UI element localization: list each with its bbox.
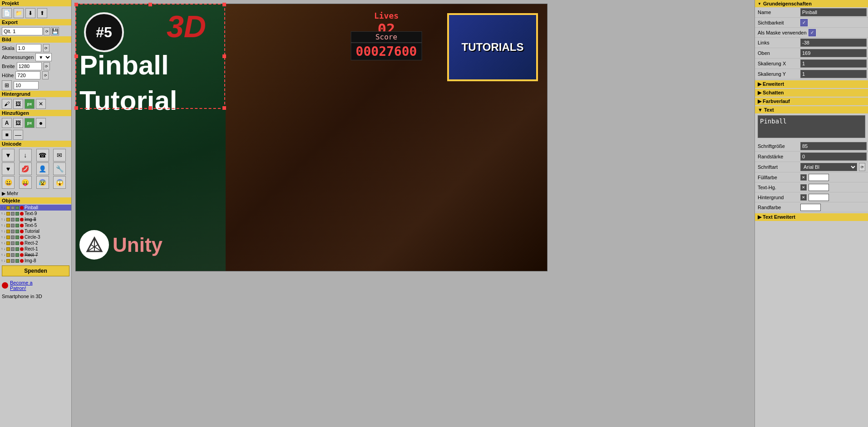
export-quality-input[interactable] <box>2 27 43 35</box>
text-erweitert-header[interactable]: ▶ Text Erweitert <box>755 213 868 221</box>
tutorial-text: Tutorial <box>79 85 178 116</box>
oben-label: Oben <box>758 50 799 56</box>
schriftgroesse-row: Schriftgröße ⟳ <box>755 141 868 152</box>
hintergrund-right-swatch[interactable] <box>809 194 829 201</box>
text-hg-checkbox[interactable]: ✕ <box>800 184 807 191</box>
unicode-item-10[interactable]: 😰 <box>36 176 49 189</box>
lock-icon2 <box>11 212 15 216</box>
objekte-item-text5[interactable]: ↑ ↓ Text-5 <box>0 222 71 228</box>
randstaerke-row: Randstärke ⟳ <box>755 152 868 162</box>
unicode-header: Unicode <box>0 141 71 147</box>
projekt-download-icon[interactable]: ⬇ <box>25 8 35 18</box>
projekt-open-icon[interactable]: 📁 <box>14 8 24 18</box>
unicode-item-7[interactable]: 🔧 <box>53 162 66 175</box>
hoehe-cycle[interactable]: ⟳ <box>42 71 49 79</box>
unicode-item-0[interactable]: ▼ <box>2 149 15 162</box>
unicode-item-3[interactable]: ✉ <box>53 149 66 162</box>
unicode-item-5[interactable]: 💋 <box>19 162 32 175</box>
skala-input[interactable] <box>16 44 41 52</box>
hinzufuegen-circle-icon[interactable]: ● <box>36 118 46 128</box>
objekte-item-label5: Tutorial <box>25 229 39 234</box>
randfarbe-swatch[interactable] <box>800 204 821 211</box>
objekte-item-rect2[interactable]: ↑ ↓ Rect-2 <box>0 240 71 246</box>
projekt-new-icon[interactable]: 📄 <box>2 8 12 18</box>
objekte-item-img8[interactable]: ↑ ↓ Img-8 <box>0 216 71 222</box>
farbverlauf-header[interactable]: ▶ Farbverlauf <box>755 98 868 105</box>
score-label: Score <box>351 31 422 43</box>
text-header[interactable]: ▼ Text <box>755 106 868 113</box>
grid-icon[interactable]: ⊞ <box>2 80 12 90</box>
unicode-item-1[interactable]: ↓ <box>19 149 32 162</box>
score-value: 00027600 <box>351 43 422 60</box>
unicode-item-8[interactable]: 😀 <box>2 176 15 189</box>
schriftgroesse-input[interactable] <box>800 142 867 150</box>
skala-cycle[interactable]: ⟳ <box>43 44 49 52</box>
abmessungen-select[interactable]: ▼ <box>35 53 52 61</box>
schatten-header[interactable]: ▶ Schatten <box>755 89 868 97</box>
unicode-item-9[interactable]: 😛 <box>19 176 32 189</box>
schriftart-label: Schriftart <box>758 164 799 170</box>
unity-label: Unity <box>113 234 163 256</box>
mehr-button[interactable]: ▶ Mehr <box>0 190 71 197</box>
skala-label: Skala <box>2 45 15 51</box>
tree-icon <box>15 206 19 210</box>
hoehe-row: Höhe ⟳ <box>0 71 71 80</box>
text-textarea[interactable]: Pinball <box>758 115 865 138</box>
unicode-grid: ▼ ↓ ☎ ✉ ♥ 💋 👤 🔧 😀 😛 😰 😱 <box>0 148 71 190</box>
thumbnail-container[interactable]: Lives 02 Score 00027600 TUTORIALS #5 3D … <box>75 4 547 271</box>
objekte-item-img8b[interactable]: ↑ ↓ Img-8 <box>0 258 71 264</box>
breite-cycle[interactable]: ⟳ <box>44 62 50 70</box>
oben-input[interactable] <box>800 49 867 57</box>
hinzufuegen-img-icon[interactable]: 🖼 <box>13 118 23 128</box>
hintergrund-px-icon[interactable]: px <box>25 99 35 109</box>
hintergrund-paint-icon[interactable]: 🖌 <box>2 99 12 109</box>
grundeigenschaften-header: ▼ Grundeigenschaften <box>755 0 868 7</box>
hintergrund-clear-icon[interactable]: ✕ <box>36 99 46 109</box>
fuellfarbe-checkbox[interactable]: ✕ <box>800 174 807 181</box>
objekte-item-circle3[interactable]: ↑ ↓ Circle-3 <box>0 234 71 240</box>
unicode-item-4[interactable]: ♥ <box>2 162 15 175</box>
sichtbarkeit-checkbox[interactable]: ✓ <box>800 19 808 26</box>
hintergrund-img-icon[interactable]: 🖼 <box>13 99 23 109</box>
spenden-button[interactable]: Spenden <box>2 265 69 276</box>
hinzufuegen-text-icon[interactable]: A <box>2 118 12 128</box>
hinzufuegen-header: Hinzufügen <box>0 110 71 116</box>
hoehe-input[interactable] <box>15 71 40 79</box>
unicode-item-6[interactable]: 👤 <box>36 162 49 175</box>
patron-link[interactable]: Become aPatron! <box>10 280 33 291</box>
unicode-item-2[interactable]: ☎ <box>36 149 49 162</box>
export-icon[interactable]: 💾 <box>51 27 59 35</box>
grid-input[interactable] <box>14 81 39 89</box>
objekte-item-pinball[interactable]: ↑ ↓ Pinball <box>0 205 71 211</box>
arrow-up: ↑ <box>1 206 3 210</box>
hintergrund-right-label: Hintergrund <box>758 195 799 200</box>
skalierung-x-input[interactable] <box>800 59 867 68</box>
objekte-item-text9[interactable]: ↑ ↓ Text-9 <box>0 211 71 216</box>
hinzufuegen-section: Hinzufügen A 🖼 px ● ■ — <box>0 110 71 141</box>
fuellfarbe-swatch[interactable] <box>809 174 829 181</box>
export-cycle-btn[interactable]: ⟳ <box>44 27 50 35</box>
objekte-item-rect1[interactable]: ↑ ↓ Rect-1 <box>0 246 71 252</box>
links-input[interactable] <box>800 39 867 47</box>
randstaerke-input[interactable] <box>800 152 867 161</box>
erweitert-label: ▶ Erweitert <box>758 81 784 87</box>
schriftart-select[interactable]: Arial Bl Arial Times New Roman <box>800 163 857 171</box>
name-input[interactable] <box>800 8 867 16</box>
unicode-item-11[interactable]: 😱 <box>53 176 66 189</box>
hinzufuegen-px-icon[interactable]: px <box>25 118 35 128</box>
skalierung-y-input[interactable] <box>800 70 867 78</box>
objekte-item-rect7[interactable]: ↑ ↓ Rect-7 <box>0 252 71 258</box>
schriftart-cycle[interactable]: ⟳ <box>859 163 865 171</box>
hinzufuegen-rect-icon[interactable]: ■ <box>2 130 12 140</box>
als-maske-checkbox[interactable]: ✓ <box>809 29 816 36</box>
text-hg-row: Text-Hg. ✕ <box>755 182 868 192</box>
objekte-item-tutorial[interactable]: ↑ ↓ Tutorial <box>0 228 71 234</box>
projekt-upload-icon[interactable]: ⬆ <box>37 8 47 18</box>
tree-icon2 <box>15 212 19 216</box>
hinzufuegen-line-icon[interactable]: — <box>13 130 23 140</box>
breite-input[interactable] <box>17 62 42 70</box>
randstaerke-label: Randstärke <box>758 154 799 159</box>
hintergrund-right-checkbox[interactable]: ✕ <box>800 194 807 201</box>
text-hg-swatch[interactable] <box>809 184 829 191</box>
erweitert-header[interactable]: ▶ Erweitert <box>755 80 868 88</box>
